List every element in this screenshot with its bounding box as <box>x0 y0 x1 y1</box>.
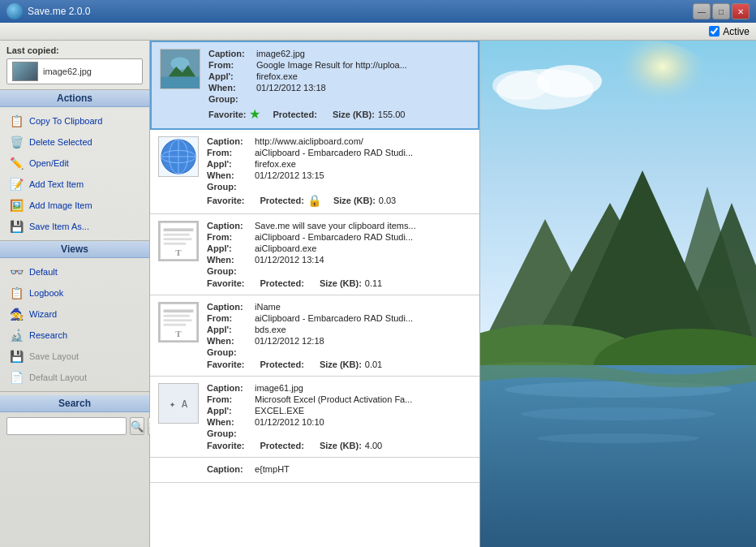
caption-label-2: Caption: <box>207 136 251 146</box>
wizard-icon: 🧙 <box>8 306 24 322</box>
window-controls: — □ ✕ <box>693 3 750 19</box>
from-value-1: Google Image Result for http://uploa... <box>256 60 470 70</box>
action-copy-to-clipboard[interactable]: 📋 Copy To Clipboard <box>0 110 149 131</box>
action-open-edit[interactable]: ✏️ Open/Edit <box>0 153 149 174</box>
favorite-label-2: Favorite: <box>207 196 244 205</box>
clip-item-1[interactable]: Caption: image62.jpg From: Google Image … <box>150 41 479 130</box>
active-checkbox-input[interactable] <box>709 26 719 37</box>
protected-label-1: Protected: <box>273 110 316 119</box>
clip-thumb-1 <box>160 49 200 89</box>
research-icon: 🔬 <box>8 327 24 343</box>
caption-value-5: image61.jpg <box>255 383 471 393</box>
center-panel: Caption: image62.jpg From: Google Image … <box>150 41 480 547</box>
protected-label-3: Protected: <box>260 278 303 288</box>
svg-point-38 <box>537 433 699 443</box>
last-copied-item[interactable]: image62.jpg <box>6 58 143 84</box>
action-save-item-as[interactable]: 💾 Save Item As... <box>0 216 149 237</box>
actions-section: Actions 📋 Copy To Clipboard 🗑️ Delete Se… <box>0 90 149 241</box>
maximize-button[interactable]: □ <box>712 3 730 19</box>
from-value-2: aiClipboard - Embarcadero RAD Studi... <box>255 148 471 157</box>
from-value-3: aiClipboard - Embarcadero RAD Studi... <box>255 232 471 242</box>
view-default-label: Default <box>29 267 58 277</box>
clip-meta-2: Caption: http://www.aiclipboard.com/ Fro… <box>207 136 471 207</box>
left-panel: Last copied: image62.jpg Actions 📋 Copy … <box>0 41 150 547</box>
caption-label-4: Caption: <box>207 302 251 312</box>
svg-point-37 <box>521 407 715 420</box>
from-label-4: From: <box>207 313 251 323</box>
close-button[interactable]: ✕ <box>732 3 750 19</box>
title-bar-left: Save.me 2.0.0 <box>6 3 90 19</box>
caption-value-2: http://www.aiclipboard.com/ <box>255 136 471 146</box>
group-value-4 <box>255 347 471 357</box>
when-label-5: When: <box>207 417 251 427</box>
view-research[interactable]: 🔬 Research <box>0 325 149 346</box>
clip-item-2[interactable]: Caption: http://www.aiclipboard.com/ Fro… <box>150 130 479 214</box>
view-default-layout-label: Default Layout <box>29 373 87 382</box>
clip-meta-1: Caption: image62.jpg From: Google Image … <box>208 49 470 122</box>
when-value-3: 01/12/2012 13:14 <box>255 255 471 265</box>
view-save-layout-label: Save Layout <box>29 351 79 361</box>
size-value-1: 155.00 <box>378 110 406 119</box>
action-add-text-label: Add Text Item <box>29 179 84 189</box>
action-open-edit-label: Open/Edit <box>29 158 69 168</box>
view-default[interactable]: 👓 Default <box>0 261 149 282</box>
svg-point-27 <box>492 71 549 100</box>
view-logbook[interactable]: 📋 Logbook <box>0 282 149 304</box>
items-list[interactable]: Caption: image62.jpg From: Google Image … <box>150 41 479 547</box>
clip-thumb-4: T <box>158 302 199 342</box>
from-label-5: From: <box>207 394 251 404</box>
when-label-4: When: <box>207 336 251 346</box>
group-label-4: Group: <box>207 347 251 357</box>
favorite-star-1: ★ <box>249 106 260 122</box>
clip-item-6[interactable]: Caption: e{tmpHT <box>150 458 479 483</box>
app-icon <box>6 3 23 19</box>
action-copy-label: Copy To Clipboard <box>29 116 102 126</box>
svg-text:T: T <box>175 248 182 257</box>
when-value-1: 01/12/2012 13:18 <box>256 83 470 93</box>
active-checkbox-label[interactable]: Active <box>709 26 750 37</box>
clip-meta-3: Caption: Save.me will save your clipboar… <box>207 221 471 288</box>
clip-footer-2: Favorite: Protected: 🔒 Size (KB): 0.03 <box>207 194 471 207</box>
add-text-icon: 📝 <box>8 176 24 192</box>
from-label-3: From: <box>207 232 251 242</box>
view-research-label: Research <box>29 330 67 340</box>
clip-thumb-5: ✦ A <box>158 383 199 424</box>
size-label-1: Size (KB): <box>333 110 375 119</box>
clip-item-4[interactable]: T Caption: iName From: aiClipboard - Emb… <box>150 295 479 377</box>
search-go-button[interactable]: 🔍 <box>130 417 144 435</box>
clip-meta-4: Caption: iName From: aiClipboard - Embar… <box>207 302 471 369</box>
search-header: Search <box>0 395 149 412</box>
view-wizard[interactable]: 🧙 Wizard <box>0 304 149 325</box>
size-label-2: Size (KB): <box>333 196 376 205</box>
protected-label-4: Protected: <box>260 360 303 369</box>
protected-label-5: Protected: <box>260 441 303 450</box>
caption-label-5: Caption: <box>207 383 251 393</box>
action-delete-selected[interactable]: 🗑️ Delete Selected <box>0 131 149 153</box>
action-add-text-item[interactable]: 📝 Add Text Item <box>0 174 149 195</box>
favorite-label-4: Favorite: <box>207 360 244 369</box>
appl-value-4: bds.exe <box>255 325 471 334</box>
svg-text:T: T <box>175 329 182 338</box>
appl-value-1: firefox.exe <box>256 71 470 81</box>
appl-value-2: firefox.exe <box>255 159 471 169</box>
active-label: Active <box>723 26 750 37</box>
search-input[interactable] <box>6 417 127 435</box>
views-header: Views <box>0 241 149 258</box>
clip-footer-4: Favorite: Protected: Size (KB): 0.01 <box>207 360 471 369</box>
group-label-3: Group: <box>207 266 251 276</box>
svg-text:✦ A: ✦ A <box>170 398 188 410</box>
appl-value-3: aiClipboard.exe <box>255 243 471 253</box>
when-value-5: 01/12/2012 10:10 <box>255 417 471 427</box>
favorite-label-1: Favorite: <box>208 110 246 119</box>
views-items: 👓 Default 📋 Logbook 🧙 Wizard 🔬 Research … <box>0 258 149 391</box>
minimize-button[interactable]: — <box>693 3 711 19</box>
view-save-layout: 💾 Save Layout <box>0 346 149 367</box>
clip-meta-6: Caption: e{tmpHT <box>158 464 471 476</box>
right-panel <box>480 41 756 547</box>
clip-item-5[interactable]: ✦ A Caption: image61.jpg From: Microsoft… <box>150 377 479 458</box>
action-add-image-item[interactable]: 🖼️ Add Image Item <box>0 195 149 216</box>
appl-label-5: Appl': <box>207 406 251 416</box>
title-bar: Save.me 2.0.0 — □ ✕ <box>0 0 756 23</box>
clip-item-3[interactable]: T Caption: Save.me will save your clipbo… <box>150 214 479 295</box>
group-label-5: Group: <box>207 429 251 438</box>
